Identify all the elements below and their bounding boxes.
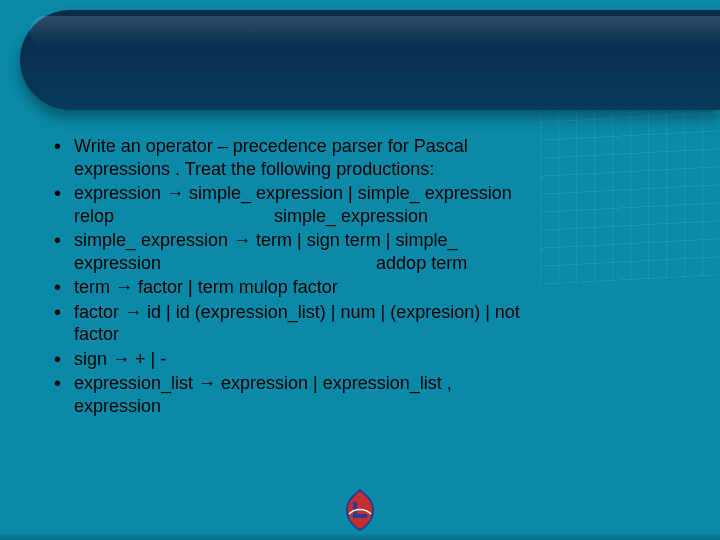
slide-content: Write an operator – precedence parser fo… xyxy=(50,135,670,419)
bullet-text: term → factor | term mulop factor xyxy=(74,277,338,297)
logo-icon xyxy=(339,488,381,532)
bullet-text: simple_ expression → term | sign term | … xyxy=(74,230,457,250)
list-item: term → factor | term mulop factor xyxy=(50,276,670,299)
bullet-text: factor xyxy=(74,324,119,344)
list-item: expression_list → expression | expressio… xyxy=(50,372,670,417)
bullet-text: Write an operator – precedence parser fo… xyxy=(74,136,468,156)
footer-bar xyxy=(0,534,720,540)
title-bar xyxy=(20,10,720,110)
list-item: factor → id | id (expression_list) | num… xyxy=(50,301,670,346)
bullet-text: factor → id | id (expression_list) | num… xyxy=(74,302,520,322)
list-item: Write an operator – precedence parser fo… xyxy=(50,135,670,180)
list-item: simple_ expression → term | sign term | … xyxy=(50,229,670,274)
bullet-text: relop simple_ expression xyxy=(74,206,428,226)
bullet-text: expression → simple_ expression | simple… xyxy=(74,183,512,203)
bullet-list: Write an operator – precedence parser fo… xyxy=(50,135,670,417)
list-item: expression → simple_ expression | simple… xyxy=(50,182,670,227)
bullet-text: expression addop term xyxy=(74,253,467,273)
bullet-text: expression_list → expression | expressio… xyxy=(74,373,452,393)
bullet-text: sign → + | - xyxy=(74,349,166,369)
list-item: sign → + | - xyxy=(50,348,670,371)
bullet-text: expressions . Treat the following produc… xyxy=(74,159,434,179)
bullet-text: expression xyxy=(74,396,161,416)
